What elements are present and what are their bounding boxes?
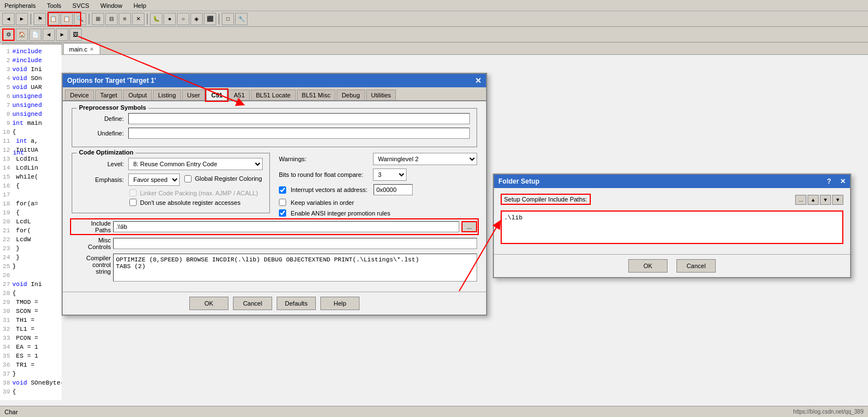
menu-window[interactable]: Window: [98, 1, 124, 10]
magic-button[interactable]: ⚙: [2, 29, 15, 41]
compiler-ctrl-textarea[interactable]: OPTIMIZE (8,SPEED) BROWSE INCDIR(.\lib) …: [113, 254, 477, 282]
define-input[interactable]: [128, 113, 470, 124]
copy-button[interactable]: 📋: [47, 13, 59, 25]
settings-button[interactable]: □: [222, 13, 234, 25]
compiler-ctrl-row: Compiler control string OPTIMIZE (8,SPEE…: [72, 254, 477, 282]
folder-path-item: .\lib: [504, 214, 522, 221]
newfile-button[interactable]: 📄: [29, 29, 41, 41]
dtab-user[interactable]: User: [182, 90, 205, 100]
bits-select[interactable]: 3: [373, 168, 407, 181]
folder-dialog-body: Setup Compiler Include Paths: ... ▲ ▼ ▼ …: [494, 188, 850, 250]
paste-button[interactable]: 📋: [60, 13, 73, 25]
menu-help[interactable]: Help: [131, 1, 148, 10]
two-col-section: Code Optimization Level: 8: Reuse Common…: [72, 153, 477, 220]
no-abs-reg-check[interactable]: [129, 199, 137, 206]
folder-setup-label: Setup Compiler Include Paths:: [501, 194, 591, 205]
include-paths-input[interactable]: [113, 221, 459, 232]
cancel-button[interactable]: Cancel: [233, 297, 272, 310]
dtab-utilities[interactable]: Utilities: [366, 90, 396, 100]
prev-button[interactable]: ◄: [43, 29, 55, 41]
folder-up-btn[interactable]: ▲: [808, 195, 819, 205]
warnings-label: Warnings:: [279, 156, 368, 162]
options-dialog: Options for Target 'Target 1' ✕ Device T…: [62, 73, 487, 316]
tab-close-main[interactable]: ✕: [90, 46, 94, 52]
code-editor[interactable]: 1#include 2#include 3void Ini 4void SOn …: [0, 45, 62, 400]
folder-down-btn[interactable]: ▼: [820, 195, 831, 205]
folder-dialog: Folder Setup ? ✕ Setup Compiler Include …: [493, 174, 851, 278]
keep-vars-row: Keep variables in order: [279, 199, 477, 206]
find-button[interactable]: 🔍: [74, 13, 86, 25]
dtab-device[interactable]: Device: [65, 90, 94, 100]
emphasis-row: Emphasis: Favor speed Global Register Co…: [79, 174, 263, 186]
tab-main[interactable]: main.c ✕: [63, 43, 100, 54]
level-label: Level:: [79, 161, 124, 167]
folder-browse-btn[interactable]: ...: [795, 195, 806, 205]
run-button[interactable]: ●: [164, 13, 176, 25]
folder-dialog-title: Folder Setup ? ✕: [494, 175, 850, 188]
interrupt-input[interactable]: [374, 184, 413, 195]
dtab-listing[interactable]: Listing: [153, 90, 181, 100]
no-abs-reg-row: Don't use absolute register accesses: [129, 199, 263, 206]
options-dialog-tabs: Device Target Output Listing User C51 A5…: [63, 87, 486, 101]
folder-cancel-button[interactable]: Cancel: [676, 259, 716, 273]
step-button[interactable]: ○: [177, 13, 189, 25]
reset-button[interactable]: ⬛: [204, 13, 216, 25]
image-button[interactable]: 🖼: [69, 29, 82, 41]
code-opt-box: Code Optimization Level: 8: Reuse Common…: [72, 153, 270, 213]
interrupt-row: Interrupt vectors at address:: [279, 184, 477, 195]
keep-vars-check[interactable]: [279, 199, 286, 206]
menu-peripherals[interactable]: Peripherals: [2, 1, 38, 10]
forward-button[interactable]: ►: [16, 13, 28, 25]
browse-button[interactable]: ...: [461, 221, 477, 232]
folder-help-btn[interactable]: ?: [827, 177, 831, 185]
warnings-select[interactable]: Warninglevel 2: [373, 153, 477, 165]
download-button[interactable]: ✕: [132, 13, 144, 25]
status-bar: Char https://blog.csdn.net/qq_389: [0, 406, 868, 417]
build-button[interactable]: ⊞: [92, 13, 104, 25]
dtab-bl51-locate[interactable]: BL51 Locate: [251, 90, 296, 100]
dtab-bl51-misc[interactable]: BL51 Misc: [297, 90, 335, 100]
menu-bar: Peripherals Tools SVCS Window Help: [0, 0, 868, 11]
options-dialog-close[interactable]: ✕: [475, 76, 482, 85]
folder-dialog-buttons: OK Cancel: [494, 254, 850, 277]
level-row: Level: 8: Reuse Common Entry Code: [79, 158, 263, 170]
level-select[interactable]: 8: Reuse Common Entry Code: [128, 158, 263, 170]
interrupt-label: Interrupt vectors at address:: [291, 186, 369, 193]
stop-button[interactable]: ≡: [119, 13, 131, 25]
compiler-ctrl-label: Compiler control string: [72, 254, 111, 275]
tabs-bar: reg52.h lcd.h main.c ✕: [0, 43, 868, 55]
ansi-check[interactable]: [279, 209, 286, 217]
debug-start[interactable]: 🐛: [150, 13, 162, 25]
help-button[interactable]: Help: [320, 297, 360, 310]
folder-close-btn[interactable]: ✕: [840, 177, 846, 185]
back-button[interactable]: ◄: [2, 13, 15, 25]
right-options-section: Warnings: Warninglevel 2 Bits to round f…: [279, 153, 477, 220]
dtab-a51[interactable]: A51: [228, 90, 250, 100]
global-reg-check[interactable]: [184, 175, 192, 182]
defaults-button[interactable]: Defaults: [277, 297, 316, 310]
menu-svcs[interactable]: SVCS: [70, 1, 91, 10]
toolbar-2: ⚙ 🏠 📄 ◄ ► 🖼: [0, 27, 868, 43]
next-button[interactable]: ►: [56, 29, 68, 41]
dtab-output[interactable]: Output: [123, 90, 152, 100]
keep-vars-label: Keep variables in order: [291, 199, 354, 206]
folder-expand-btn[interactable]: ▼: [832, 195, 843, 205]
wrench-button[interactable]: 🔧: [235, 13, 248, 25]
undef-input[interactable]: [128, 128, 470, 139]
dtab-debug[interactable]: Debug: [337, 90, 365, 100]
interrupt-check[interactable]: [279, 186, 286, 194]
options-dialog-title: Options for Target 'Target 1' ✕: [63, 74, 486, 87]
emphasis-select[interactable]: Favor speed: [128, 174, 180, 186]
toolbar-1: ◄ ► ⚑ 📋 📋 🔍 ⊞ ⊟ ≡ ✕ 🐛 ● ○ ◈ ⬛ □ 🔧: [0, 11, 868, 27]
misc-controls-input[interactable]: [113, 238, 477, 249]
flag-button[interactable]: ⚑: [34, 13, 46, 25]
define-label: Define:: [79, 115, 124, 122]
dtab-target[interactable]: Target: [95, 90, 123, 100]
home-button[interactable]: 🏠: [16, 29, 28, 41]
rebuild-button[interactable]: ⊟: [105, 13, 118, 25]
over-button[interactable]: ◈: [190, 13, 203, 25]
ok-button[interactable]: OK: [189, 297, 228, 310]
dtab-c51[interactable]: C51: [206, 90, 227, 100]
folder-ok-button[interactable]: OK: [628, 259, 668, 273]
menu-tools[interactable]: Tools: [45, 1, 64, 10]
